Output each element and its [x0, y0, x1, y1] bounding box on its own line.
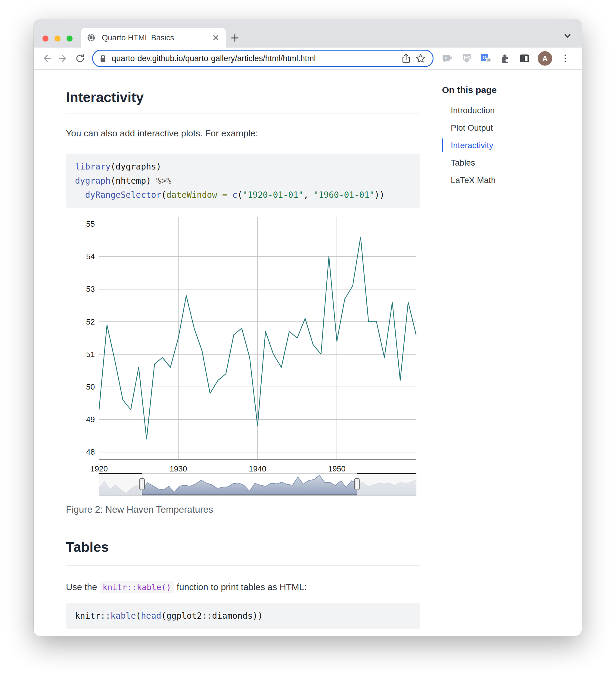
- new-tab-button[interactable]: [229, 32, 241, 44]
- url-text[interactable]: quarto-dev.github.io/quarto-gallery/arti…: [112, 54, 399, 63]
- intro-paragraph: You can also add interactive plots. For …: [66, 127, 420, 139]
- kable-text-after: function to print tables as HTML:: [174, 582, 306, 592]
- kebab-menu-icon[interactable]: [559, 52, 571, 65]
- figure-caption: Figure 2: New Haven Temperatures: [66, 504, 420, 515]
- toc-item-interactivity[interactable]: Interactivity: [442, 137, 550, 154]
- chat-extension-icon[interactable]: a: [441, 52, 453, 65]
- inline-code-kable: knitr::kable(): [100, 581, 174, 594]
- dygraph-chart[interactable]: 48495051525354551920193019401950: [66, 211, 420, 497]
- tab-close-icon[interactable]: [212, 34, 220, 42]
- svg-text:1930: 1930: [170, 464, 187, 473]
- google-translate-extension-icon[interactable]: G: [480, 52, 492, 65]
- back-button[interactable]: [38, 50, 55, 67]
- bookmark-star-icon[interactable]: [413, 52, 428, 65]
- kable-paragraph: Use the knitr::kable() function to print…: [66, 581, 420, 594]
- svg-text:1940: 1940: [249, 464, 267, 473]
- share-icon[interactable]: [399, 52, 413, 65]
- svg-text:a: a: [445, 55, 447, 60]
- side-panel-icon[interactable]: [518, 52, 531, 65]
- browser-window: Quarto HTML Basics: [34, 19, 582, 636]
- globe-favicon-icon: [87, 33, 96, 42]
- svg-text:1920: 1920: [90, 464, 108, 473]
- article-main-column: Interactivity You can also add interacti…: [66, 71, 420, 629]
- svg-text:50: 50: [86, 382, 95, 392]
- https-lock-icon[interactable]: [98, 54, 107, 63]
- svg-text:55: 55: [86, 220, 95, 228]
- shield-m-extension-icon[interactable]: [461, 52, 473, 65]
- toc-item-introduction[interactable]: Introduction: [442, 102, 550, 119]
- toc-list: Introduction Plot Output Interactivity T…: [442, 102, 550, 189]
- close-window-button[interactable]: [43, 35, 48, 42]
- url-address-bar[interactable]: quarto-dev.github.io/quarto-gallery/arti…: [92, 50, 434, 67]
- heading-divider: [66, 113, 420, 114]
- svg-text:48: 48: [86, 447, 95, 456]
- search-tabs-chevron-icon[interactable]: [562, 32, 573, 40]
- zoom-window-button[interactable]: [67, 35, 73, 42]
- svg-text:52: 52: [86, 317, 95, 326]
- code-block-dygraph: library(dygraphs) dygraph(nhtemp) %>% dy…: [66, 154, 420, 208]
- toc-item-latex-math[interactable]: LaTeX Math: [442, 172, 550, 189]
- svg-text:G: G: [483, 55, 486, 60]
- tab-strip: Quarto HTML Basics: [34, 19, 582, 48]
- toc-item-tables[interactable]: Tables: [442, 154, 550, 172]
- on-this-page-toc: On this page Introduction Plot Output In…: [442, 85, 550, 189]
- heading-divider-tables: [66, 565, 420, 566]
- svg-text:54: 54: [86, 252, 95, 261]
- browser-toolbar: quarto-dev.github.io/quarto-gallery/arti…: [34, 48, 582, 70]
- minimize-window-button[interactable]: [54, 35, 60, 42]
- tab-title: Quarto HTML Basics: [102, 33, 212, 43]
- browser-tab[interactable]: Quarto HTML Basics: [81, 28, 226, 48]
- code-block-kable: knitr::kable(head(ggplot2::diamonds)): [66, 603, 420, 629]
- svg-text:1950: 1950: [328, 464, 346, 473]
- extensions-puzzle-icon[interactable]: [499, 52, 511, 65]
- forward-button[interactable]: [55, 50, 72, 67]
- section-heading-tables: Tables: [66, 539, 420, 555]
- toc-item-plot-output[interactable]: Plot Output: [442, 119, 550, 137]
- extensions-row: a G: [441, 51, 571, 66]
- reload-button[interactable]: [72, 50, 89, 67]
- section-heading-interactivity: Interactivity: [66, 89, 420, 106]
- toc-title: On this page: [442, 85, 550, 95]
- kable-text-before: Use the: [66, 582, 100, 592]
- page-content: Interactivity You can also add interacti…: [34, 71, 582, 636]
- dygraph-plot-svg[interactable]: 48495051525354551920193019401950: [66, 211, 420, 497]
- profile-avatar[interactable]: A: [538, 51, 552, 66]
- svg-text:53: 53: [86, 284, 95, 294]
- svg-text:51: 51: [86, 350, 95, 359]
- svg-text:49: 49: [86, 415, 95, 424]
